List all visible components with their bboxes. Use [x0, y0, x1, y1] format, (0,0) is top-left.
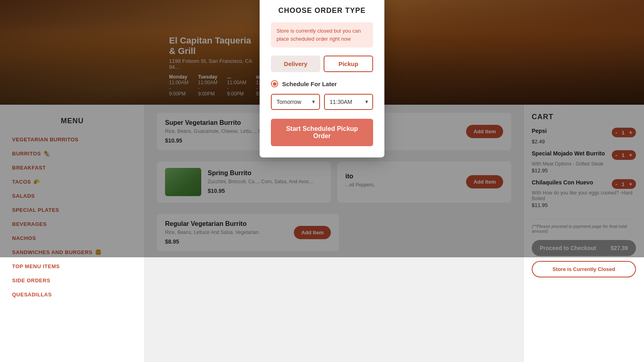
date-select-wrapper: Today Tomorrow Day After Tomorrow ▼ — [271, 94, 320, 110]
tab-pickup[interactable]: Pickup — [324, 56, 373, 72]
schedule-dropdowns: Today Tomorrow Day After Tomorrow ▼ 11:0… — [271, 94, 373, 110]
date-select[interactable]: Today Tomorrow Day After Tomorrow — [271, 94, 320, 110]
modal-notice: Store is currently closed but you can pl… — [271, 22, 373, 48]
store-closed-button[interactable]: Store is Currently Closed — [532, 261, 636, 277]
modal-title: CHOOSE ORDER TYPE — [271, 6, 373, 15]
sidebar-item-side-orders[interactable]: SIDE ORDERS — [0, 273, 144, 288]
sidebar-item-quesadillas[interactable]: QUESADILLAS — [0, 288, 144, 302]
time-select[interactable]: 11:00AM 11:30AM 12:00PM 12:30PM 1:00PM — [324, 94, 373, 110]
schedule-for-later-label: Schedule For Later — [271, 80, 373, 87]
schedule-radio[interactable] — [271, 80, 278, 87]
tab-delivery[interactable]: Delivery — [271, 56, 320, 72]
time-select-wrapper: 11:00AM 11:30AM 12:00PM 12:30PM 1:00PM ▼ — [324, 94, 373, 110]
modal-overlay: CHOOSE ORDER TYPE Store is currently clo… — [0, 0, 644, 257]
start-order-button[interactable]: Start Scheduled Pickup Order — [271, 119, 373, 146]
order-type-tabs: Delivery Pickup — [271, 56, 373, 72]
sidebar-item-top-menu[interactable]: TOP MENU ITEMS — [0, 259, 144, 273]
order-type-modal: CHOOSE ORDER TYPE Store is currently clo… — [260, 0, 384, 157]
page-wrapper: El Capitan Taqueria & Grill 1198 Folsom … — [0, 0, 644, 362]
